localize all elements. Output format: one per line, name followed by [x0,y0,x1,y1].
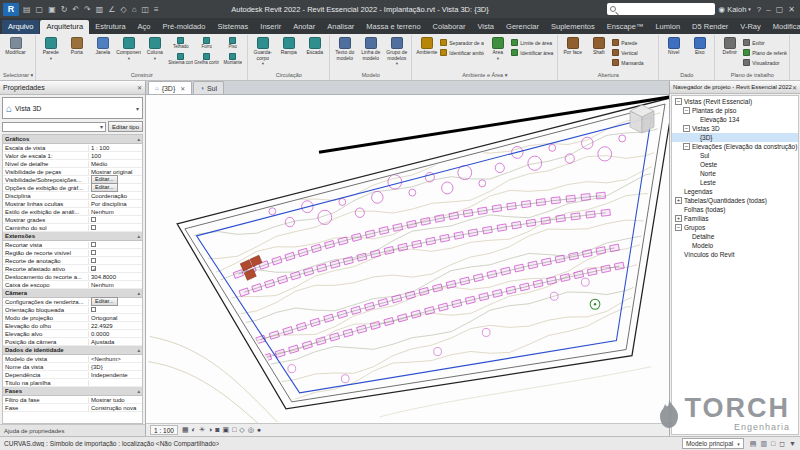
ribbon-tab-arquitetura[interactable]: Arquitetura [40,20,89,34]
shaft-button[interactable]: Shaft [586,35,611,70]
grupo-de-modelos-button[interactable]: Grupo de modelos▾ [384,35,409,70]
browser-item-folhas-todas[interactable]: Folhas (todas) [672,205,798,214]
collapse-icon[interactable]: − [675,98,682,105]
rampa-button[interactable]: Rampa [276,35,301,70]
sync-icon[interactable]: ↻ [59,5,70,14]
janela-button[interactable]: Janela [90,35,115,70]
main-model-combo[interactable]: Modelo principal ▾ [682,438,744,449]
checkbox[interactable] [91,307,96,312]
reveal-hidden-elements-icon[interactable]: ● [257,425,261,435]
restore-icon[interactable]: ▢ [774,5,786,14]
view-tab-sul[interactable]: ◑Sul [193,81,224,94]
checkbox[interactable] [91,217,96,222]
browser-item-legendas[interactable]: Legendas [672,187,798,196]
properties-close-icon[interactable]: ✕ [137,84,142,91]
ribbon-tab-suplementos[interactable]: Suplementos [545,20,601,34]
collapse-icon[interactable]: − [683,107,690,114]
collapse-icon[interactable]: − [683,125,690,132]
modificar-button[interactable]: Modificar [3,35,28,70]
worksharing-display-icon[interactable]: ▤ [750,440,757,448]
grelha-cortina-button[interactable]: Grelha cortina [194,53,219,69]
revit-logo-icon[interactable]: R [3,3,19,16]
crop-view-icon[interactable]: ▣ [223,425,230,435]
press-drag-icon[interactable]: ◻ [779,440,785,448]
collapse-icon[interactable]: − [675,224,682,231]
properties-filter-combo[interactable]: ▾ [2,122,106,132]
design-options-icon[interactable]: ▥ [760,440,767,448]
browser-item-sul[interactable]: Sul [672,151,798,160]
checkbox[interactable] [91,266,96,271]
browser-item-elevacoes-elevacao-da-construcao[interactable]: −Elevações (Elevação da construção) [672,142,798,151]
scale-control[interactable]: 1 : 100 [150,425,178,435]
minimize-icon[interactable]: – [764,5,772,14]
opcoes-de-exibicao-de-graf-edit-button[interactable]: Editar... [91,183,118,192]
type-selector[interactable]: ⌂ Vista 3D ▾ [2,97,143,119]
sistema-cortina-button[interactable]: Sistema cortina [168,53,193,69]
open-icon[interactable]: ▢ [34,5,46,14]
ribbon-tab-massa-e-terreno[interactable]: Massa e terreno [360,20,426,34]
ribbon-tab-estrutura[interactable]: Estrutura [89,20,131,34]
montante-button[interactable]: Montante [220,53,245,69]
drawing-area[interactable] [146,95,669,423]
mansarda-button[interactable]: Mansarda [612,58,656,67]
ribbon-tab-pre-moldado[interactable]: Pré-moldado [157,20,212,34]
checkbox[interactable] [91,225,96,230]
collapse-icon[interactable]: − [683,143,690,150]
edit-type-button[interactable]: Editar tipo [108,121,143,132]
telhado-button[interactable]: Telhado [168,37,193,53]
undo-icon[interactable]: ↶ [70,5,81,14]
file-menu-icon[interactable]: ▤ [21,5,33,14]
property-group-fases[interactable]: Fases▴ [3,387,142,396]
parede-button[interactable]: Parede [612,38,656,47]
ribbon-tab-d5-render[interactable]: D5 Render [686,20,734,34]
browser-item-3d[interactable]: {3D} [672,133,798,142]
browser-item-modelo[interactable]: Modelo [672,241,798,250]
close-icon[interactable]: ✕ [180,85,185,92]
print-icon[interactable]: ▥ [94,5,106,14]
eixo-button[interactable]: Eixo [687,35,712,70]
viewcube[interactable] [622,100,662,140]
browser-item-grupos[interactable]: −Grupos [672,223,798,232]
ribbon-tab-colaborar[interactable]: Colaborar [427,20,472,34]
render-dialog-icon[interactable]: ◙ [215,425,219,435]
project-browser-close-icon[interactable]: ✕ [792,84,797,91]
ribbon-tab-enscape[interactable]: Enscape™ [601,20,650,34]
default-3d-view-icon[interactable]: ⌂ [130,5,139,14]
show-crop-region-icon[interactable]: □ [232,425,236,435]
identificar-ambiente-button[interactable]: Identificar ambiente [440,48,484,57]
checkbox[interactable] [91,250,96,255]
visual-style-icon[interactable]: ◐ [192,425,196,435]
browser-item-norte[interactable]: Norte [672,169,798,178]
ribbon-tab-arquivo[interactable]: Arquivo [2,20,39,34]
property-group-extensoes[interactable]: Extensões▴ [3,232,142,241]
nivel-button[interactable]: Nível [661,35,686,70]
ribbon-tab-lumion[interactable]: Lumion [649,20,686,34]
view-tab-3d[interactable]: ⌂{3D}✕ [148,81,192,94]
porta-button[interactable]: Porta [64,35,89,70]
ribbon-tab-analisar[interactable]: Analisar [321,20,360,34]
sun-path-icon[interactable]: ☀ [199,425,205,435]
filter-icon[interactable]: ▼ [789,440,796,447]
browser-item-elevacao-134[interactable]: Elevação 134 [672,115,798,124]
checkbox[interactable] [91,242,96,247]
save-icon[interactable]: ▣ [46,5,58,14]
definir-button[interactable]: Definir [717,35,742,70]
expand-icon[interactable]: + [675,215,682,222]
browser-item-plantas-de-piso[interactable]: −Plantas de piso [672,106,798,115]
browser-item-detalhe[interactable]: Detalhe [672,232,798,241]
help-icon[interactable]: ? [755,5,763,14]
expand-icon[interactable]: + [675,197,682,204]
browser-item-oeste[interactable]: Oeste [672,160,798,169]
identificar-area-button[interactable]: Identificar área [511,48,555,57]
property-group-dados-de-identidade[interactable]: Dados de identidade▴ [3,346,142,355]
ribbon-tab-modificar[interactable]: Modificar [767,20,800,34]
ambiente-button[interactable]: Ambiente [414,35,439,70]
visualizador-button[interactable]: Visualizador [743,58,787,67]
redo-icon[interactable]: ↷ [82,5,93,14]
measure-icon[interactable]: ∠ [106,5,117,14]
forro-button[interactable]: Forro [194,37,219,53]
user-account[interactable]: ◉Kaioh▾ [719,5,751,14]
close-icon[interactable]: ✕ [786,5,797,14]
exclude-options-icon[interactable]: □ [771,440,775,447]
configuracoes-de-renderiza-edit-button[interactable]: Editar... [91,297,118,306]
